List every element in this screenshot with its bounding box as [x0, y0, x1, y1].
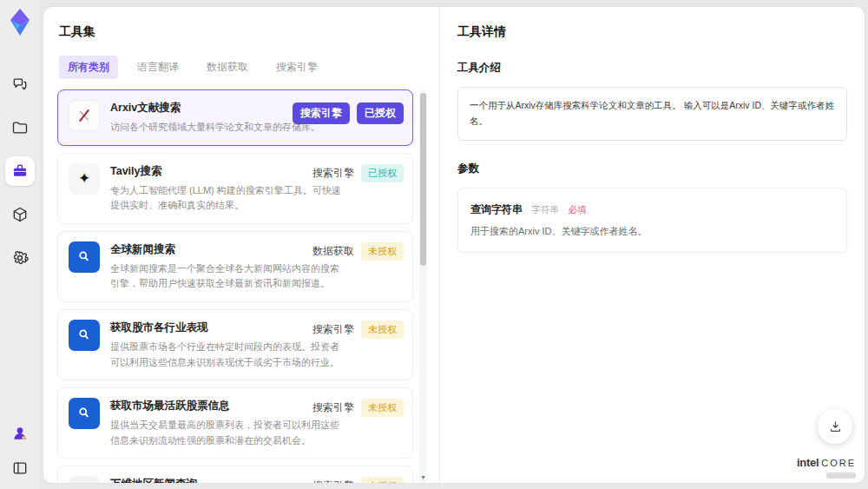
category-tab-label: 语言翻译: [137, 61, 179, 73]
tavily-icon: ✦: [69, 163, 100, 195]
category-tag: 搜索引擎: [312, 166, 354, 181]
sidebar: [0, 0, 40, 489]
sidebar-nav: [5, 69, 35, 273]
building-icon: [69, 476, 100, 483]
chat-icon: [11, 76, 29, 93]
user-icon: [11, 425, 29, 442]
required-badge: 必填: [568, 204, 586, 215]
category-tab-label: 所有类别: [68, 61, 109, 73]
tool-card[interactable]: 获取股市各行业表现 提供股票市场各个行业在特定时间段内的表现。投资者可以利用这些…: [57, 309, 413, 380]
category-tab[interactable]: 语言翻译: [128, 56, 187, 79]
page-title: 工具集: [59, 24, 427, 40]
tool-tags: 搜索引擎 已授权: [293, 102, 404, 124]
tool-tags: 数据获取 未授权: [312, 242, 404, 261]
scrollbar-thumb[interactable]: [420, 93, 426, 266]
tool-card[interactable]: ✦ Tavily搜索 专为人工智能代理 (LLM) 构建的搜索引擎工具。可快速提…: [57, 153, 413, 224]
parameter-description: 用于搜索的Arxiv ID、关键字或作者姓名。: [470, 225, 834, 238]
category-tag: 搜索引擎: [293, 102, 350, 124]
intel-wordmark: intel: [797, 456, 819, 469]
news-search-icon: [69, 241, 100, 273]
sidebar-item-packages[interactable]: [5, 200, 35, 229]
category-tag: 搜索引擎: [312, 400, 354, 415]
tool-card[interactable]: 获取市场最活跃股票信息 提供当天交易量最高的股票列表，投资者可以利用这些信息来识…: [57, 387, 413, 459]
tool-description: 提供股票市场各个行业在特定时间段内的表现。投资者可以利用这些信息来识别表现优于或…: [110, 340, 346, 370]
scrollbar[interactable]: ▾: [419, 89, 427, 483]
panel-icon: [11, 459, 29, 477]
tool-detail-panel: 工具详情 工具介绍 一个用于从Arxiv存储库搜索科学论文和文章的工具。 输入可…: [439, 7, 865, 483]
category-tab-label: 数据获取: [207, 61, 248, 73]
core-wordmark: CORE: [821, 458, 856, 468]
tool-description: 全球新闻搜索是一个聚合全球各大新闻网站内容的搜索引擎，帮助用户快速获取全球最新资…: [110, 261, 346, 292]
arxiv-icon: [69, 100, 100, 131]
tool-card-list: Arxiv文献搜索 访问各个研究领域大量科学论文和文章的存储库。 搜索引擎 已授…: [57, 89, 427, 483]
news-search-icon: [69, 320, 100, 351]
sidebar-bottom: [8, 421, 32, 480]
tool-description: 提供当天交易量最高的股票列表，投资者可以利用这些信息来识别流动性强的股票和潜在的…: [110, 418, 346, 448]
sidebar-item-panel-toggle[interactable]: [8, 456, 32, 480]
intel-sub-badge: [826, 472, 856, 479]
category-tabs: 所有类别语言翻译数据获取搜索引擎: [57, 56, 427, 79]
tool-card[interactable]: 全球新闻搜索 全球新闻搜索是一个聚合全球各大新闻网站内容的搜索引擎，帮助用户快速…: [57, 231, 413, 302]
news-search-icon: [69, 398, 100, 429]
parameter-name: 查询字符串: [470, 203, 523, 215]
category-tag: 搜索引擎: [312, 322, 354, 337]
parameter-header: 查询字符串 字符串 必填: [470, 201, 834, 217]
sidebar-item-chat[interactable]: [5, 69, 35, 99]
category-tag: 数据获取: [312, 244, 354, 259]
main-panel: 工具集 所有类别语言翻译数据获取搜索引擎 Arxiv文献搜索 访问各个研究领域大…: [43, 7, 865, 483]
category-tab[interactable]: 所有类别: [59, 56, 118, 79]
download-button[interactable]: [818, 409, 852, 444]
sidebar-item-profile[interactable]: [8, 421, 32, 446]
auth-status-badge: 已授权: [357, 102, 404, 124]
category-tab[interactable]: 搜索引擎: [267, 56, 326, 79]
tool-tags: 搜索引擎 未授权: [312, 320, 404, 339]
tool-tags: 搜索引擎 未授权: [312, 477, 404, 483]
scroll-down-arrow[interactable]: ▾: [419, 473, 427, 482]
gear-icon: [11, 249, 29, 267]
tool-card[interactable]: 万维地区新闻查询 查询具体行政区划内的新闻，快速了解各地新闻动 搜索引擎 未授权: [57, 466, 413, 483]
tool-description: 专为人工智能代理 (LLM) 构建的搜索引擎工具。可快速提供实时、准确和真实的结…: [110, 183, 346, 214]
folder-icon: [11, 119, 29, 136]
params-heading: 参数: [457, 162, 847, 176]
cube-icon: [11, 206, 29, 223]
sidebar-item-settings[interactable]: [5, 243, 35, 273]
category-tab-label: 搜索引擎: [276, 61, 318, 73]
parameter-type: 字符串: [531, 204, 559, 215]
auth-status-badge: 已授权: [361, 164, 404, 182]
auth-status-badge: 未授权: [361, 399, 404, 417]
sidebar-item-files[interactable]: [5, 113, 35, 142]
tool-tags: 搜索引擎 未授权: [312, 399, 404, 417]
sidebar-item-tools[interactable]: [5, 156, 35, 186]
auth-status-badge: 未授权: [361, 242, 404, 261]
parameter-card: 查询字符串 字符串 必填 用于搜索的Arxiv ID、关键字或作者姓名。: [457, 188, 847, 253]
tool-card[interactable]: Arxiv文献搜索 访问各个研究领域大量科学论文和文章的存储库。 搜索引擎 已授…: [57, 89, 413, 146]
app-logo-icon: [6, 7, 34, 38]
category-tab[interactable]: 数据获取: [198, 56, 257, 79]
tool-list-panel: 工具集 所有类别语言翻译数据获取搜索引擎 Arxiv文献搜索 访问各个研究领域大…: [43, 7, 439, 483]
intro-heading: 工具介绍: [457, 61, 847, 76]
download-icon: [828, 420, 843, 434]
auth-status-badge: 未授权: [361, 320, 404, 339]
detail-title: 工具详情: [457, 24, 847, 40]
tool-intro-text: 一个用于从Arxiv存储库搜索科学论文和文章的工具。 输入可以是Arxiv ID…: [457, 87, 847, 141]
auth-status-badge: 未授权: [361, 477, 404, 483]
briefcase-icon: [11, 162, 29, 180]
tool-tags: 搜索引擎 已授权: [312, 164, 404, 182]
category-tag: 搜索引擎: [312, 479, 354, 483]
intel-core-logo: intelCORE: [797, 455, 856, 479]
